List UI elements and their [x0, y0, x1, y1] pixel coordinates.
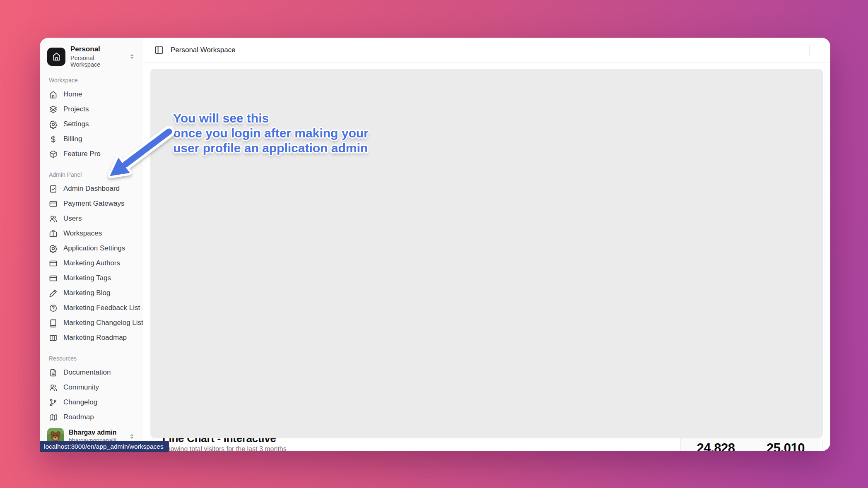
git-branch-icon: [49, 398, 58, 407]
file-chart-icon: [49, 185, 58, 193]
sidebar-item-label: Payment Gateways: [63, 200, 124, 208]
users-icon: [49, 214, 58, 223]
sidebar: Personal Personal Workspace WorkspaceHom…: [40, 38, 143, 451]
chevrons-up-down-icon: [128, 53, 135, 60]
briefcase-icon: [49, 229, 58, 238]
topbar: Personal Workspace: [143, 38, 830, 63]
sidebar-item-community[interactable]: Community: [46, 380, 137, 395]
sidebar-item-payment-gateways[interactable]: Payment Gateways: [46, 196, 137, 211]
sidebar-item-label: Workspaces: [63, 229, 102, 238]
user-name: Bhargav admin: [69, 429, 123, 436]
sidebar-item-label: Projects: [63, 105, 89, 113]
line-chart-card: Line Chart - Interactive Showing total v…: [150, 438, 823, 451]
annotation-text: You will see this once you login after m…: [173, 111, 369, 156]
sidebar-item-label: Marketing Tags: [63, 274, 111, 282]
home-icon: [47, 48, 65, 66]
section-label-workspace: Workspace: [49, 77, 134, 84]
workspace-title: Personal: [70, 45, 123, 53]
sidebar-item-marketing-authors[interactable]: Marketing Authors: [46, 256, 137, 271]
chart-stat-button-2[interactable]: 25,010: [751, 438, 820, 451]
topbar-separator: [809, 45, 810, 56]
map-icon: [49, 334, 58, 342]
section-label-resources: Resources: [49, 355, 134, 362]
sidebar-item-marketing-changelog-list[interactable]: Marketing Changelog List: [46, 315, 137, 330]
workspace-switcher[interactable]: Personal Personal Workspace: [46, 44, 137, 69]
sidebar-item-label: Application Settings: [63, 244, 125, 252]
dollar-icon: [49, 135, 58, 144]
sidebar-item-label: Home: [63, 90, 82, 99]
annotation-line: user profile an application admin: [173, 141, 369, 156]
chevrons-up-down-icon: [128, 433, 135, 440]
sidebar-item-label: Users: [63, 214, 82, 223]
sidebar-item-label: Marketing Feedback List: [63, 304, 140, 312]
sidebar-toggle-button[interactable]: [154, 45, 164, 55]
stat-value: 24,828: [697, 441, 735, 451]
chart-stat-button-1[interactable]: 24,828: [680, 438, 751, 451]
package-icon: [49, 150, 58, 159]
sidebar-item-label: Changelog: [63, 398, 97, 406]
sidebar-item-label: Marketing Roadmap: [63, 334, 127, 342]
sidebar-item-label: Roadmap: [63, 413, 94, 421]
credit-card-icon: [49, 259, 58, 268]
sidebar-item-label: Marketing Authors: [63, 259, 120, 267]
sidebar-item-marketing-roadmap[interactable]: Marketing Roadmap: [46, 330, 137, 345]
sidebar-item-label: Admin Dashboard: [63, 185, 120, 193]
sidebar-item-marketing-tags[interactable]: Marketing Tags: [46, 271, 137, 286]
sidebar-item-users[interactable]: Users: [46, 211, 137, 226]
layers-icon: [49, 105, 58, 114]
card-divider: [648, 438, 648, 451]
sidebar-item-label: Billing: [63, 135, 82, 143]
sidebar-nav: WorkspaceHomeProjectsSettingsBillingFeat…: [46, 69, 137, 425]
sidebar-item-application-settings[interactable]: Application Settings: [46, 241, 137, 256]
sidebar-item-label: Settings: [63, 120, 89, 128]
annotation-arrow: [101, 124, 176, 182]
sidebar-item-admin-dashboard[interactable]: Admin Dashboard: [46, 181, 137, 196]
annotation-line: You will see this: [173, 111, 369, 126]
gear-icon: [49, 120, 58, 129]
panel-left-icon: [154, 45, 164, 55]
sidebar-item-marketing-blog[interactable]: Marketing Blog: [46, 286, 137, 300]
sidebar-item-roadmap[interactable]: Roadmap: [46, 410, 137, 425]
annotation-line: once you login after making your: [173, 126, 369, 141]
stat-value: 25,010: [767, 441, 805, 451]
home-icon: [49, 90, 58, 99]
sidebar-item-changelog[interactable]: Changelog: [46, 395, 137, 410]
sidebar-item-label: Feature Pro: [63, 150, 101, 158]
main-area: Personal Workspace Line Chart - Interact…: [143, 38, 830, 451]
sidebar-item-label: Marketing Changelog List: [63, 319, 143, 327]
sidebar-item-marketing-feedback-list[interactable]: Marketing Feedback List: [46, 300, 137, 315]
sidebar-item-label: Documentation: [63, 368, 111, 377]
map-icon: [49, 413, 58, 422]
sidebar-item-workspaces[interactable]: Workspaces: [46, 226, 137, 241]
sidebar-item-label: Community: [63, 383, 99, 392]
sidebar-item-home[interactable]: Home: [46, 87, 137, 102]
page-title: Personal Workspace: [171, 46, 236, 54]
app-window: Personal Personal Workspace WorkspaceHom…: [40, 38, 830, 451]
desktop-background: Personal Personal Workspace WorkspaceHom…: [0, 0, 868, 488]
gear-icon: [49, 244, 58, 253]
users-icon: [49, 383, 58, 392]
credit-card-icon: [49, 274, 58, 283]
sidebar-item-projects[interactable]: Projects: [46, 102, 137, 117]
book-icon: [49, 319, 58, 327]
status-url-tooltip: localhost:3000/en/app_admin/workspaces: [40, 441, 169, 452]
credit-card-icon: [49, 200, 58, 208]
help-circle-icon: [49, 304, 58, 313]
pen-icon: [49, 289, 58, 298]
workspace-subtitle: Personal Workspace: [70, 55, 123, 68]
sidebar-item-label: Marketing Blog: [63, 289, 110, 297]
file-text-icon: [49, 368, 58, 377]
workspace-switcher-text: Personal Personal Workspace: [70, 45, 123, 68]
sidebar-item-documentation[interactable]: Documentation: [46, 365, 137, 380]
